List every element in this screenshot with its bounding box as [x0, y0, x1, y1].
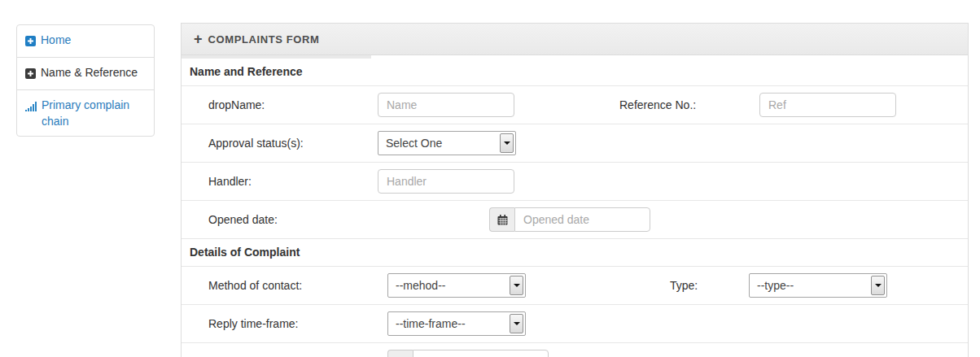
dropname-label: dropName: — [208, 98, 378, 111]
section-title-name-and-reference: Name and Reference — [182, 59, 968, 86]
sidebar-item-name-reference[interactable]: Name & Reference — [17, 57, 154, 89]
chevron-down-icon[interactable] — [510, 314, 523, 333]
form-row-dropname: dropName: Reference No.: — [182, 86, 968, 124]
dropname-input[interactable] — [378, 93, 514, 117]
method-of-contact-label: Method of contact: — [208, 279, 387, 292]
reply-time-frame-selected-value: --time-frame-- — [396, 317, 466, 330]
sidebar-item-primary-complain-chain[interactable]: Primary complain chain — [17, 89, 154, 136]
partial-date-group — [387, 350, 549, 357]
form-row-handler: Handler: — [182, 163, 968, 201]
panel-title: COMPLAINTS FORM — [208, 33, 320, 46]
reply-time-frame-select[interactable]: --time-frame-- — [387, 311, 526, 336]
panel-header[interactable]: + COMPLAINTS FORM — [182, 24, 968, 55]
plus-square-icon — [25, 34, 36, 50]
approval-status-select[interactable]: Select One — [378, 131, 516, 155]
sidebar-item-home[interactable]: Home — [17, 25, 154, 57]
form-row-partial-bottom — [182, 343, 968, 357]
partial-bottom-input[interactable] — [413, 350, 549, 357]
reply-time-frame-label: Reply time-frame: — [208, 317, 387, 330]
sidebar-item-label: Home — [41, 32, 146, 48]
sidebar-nav: Home Name & Reference Primary complain c… — [16, 24, 155, 137]
opened-date-group — [489, 207, 650, 232]
calendar-icon[interactable] — [489, 207, 514, 232]
reference-no-input[interactable] — [759, 93, 896, 117]
opened-date-label: Opened date: — [208, 213, 489, 226]
reference-no-label: Reference No.: — [619, 98, 759, 111]
plus-square-icon — [25, 67, 36, 83]
calendar-icon[interactable] — [387, 350, 413, 357]
form-row-method-of-contact: Method of contact: --mehod-- Type: --typ… — [182, 267, 968, 305]
form-row-reply-time-frame: Reply time-frame: --time-frame-- — [182, 305, 968, 343]
sidebar-item-label: Name & Reference — [41, 64, 146, 81]
chevron-down-icon[interactable] — [871, 276, 885, 295]
form-row-opened-date: Opened date: — [182, 201, 968, 239]
signal-icon — [25, 99, 37, 115]
handler-label: Handler: — [208, 175, 378, 188]
opened-date-input[interactable] — [514, 207, 650, 232]
method-of-contact-selected-value: --mehod-- — [396, 279, 445, 292]
type-selected-value: --type-- — [757, 279, 794, 292]
approval-status-selected-value: Select One — [386, 137, 442, 150]
sidebar-item-label: Primary complain chain — [42, 97, 146, 129]
complaints-form-panel: + COMPLAINTS FORM Name and Reference dro… — [181, 23, 969, 357]
chevron-down-icon[interactable] — [500, 133, 514, 153]
approval-status-label: Approval status(s): — [208, 137, 378, 150]
form-row-approval-status: Approval status(s): Select One — [182, 124, 968, 163]
type-select[interactable]: --type-- — [749, 273, 887, 298]
method-of-contact-select[interactable]: --mehod-- — [387, 273, 526, 298]
expand-plus-icon[interactable]: + — [194, 32, 203, 46]
type-label: Type: — [670, 279, 749, 292]
chevron-down-icon[interactable] — [510, 276, 523, 295]
handler-input[interactable] — [378, 169, 514, 194]
section-title-details-of-complaint: Details of Complaint — [182, 239, 968, 267]
